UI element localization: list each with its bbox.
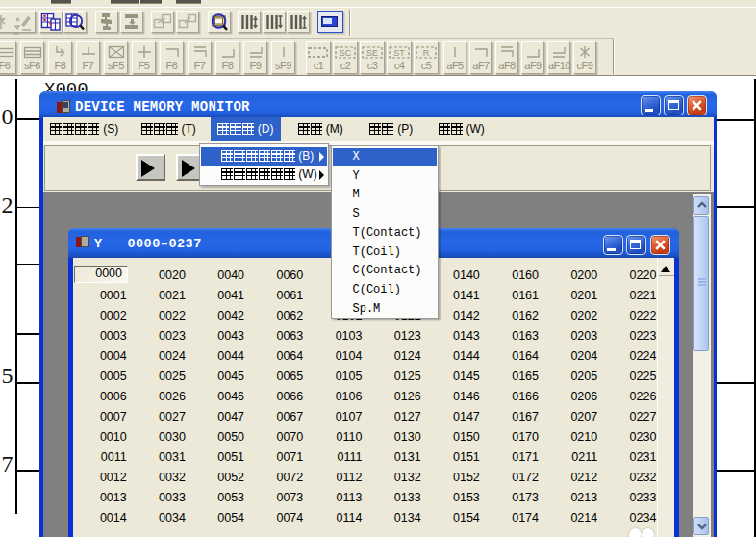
svg-text:SE: SE — [366, 48, 378, 58]
svg-text:R: R — [423, 48, 430, 58]
svg-text:SC: SC — [340, 48, 352, 58]
svg-text:ST: ST — [393, 48, 405, 58]
